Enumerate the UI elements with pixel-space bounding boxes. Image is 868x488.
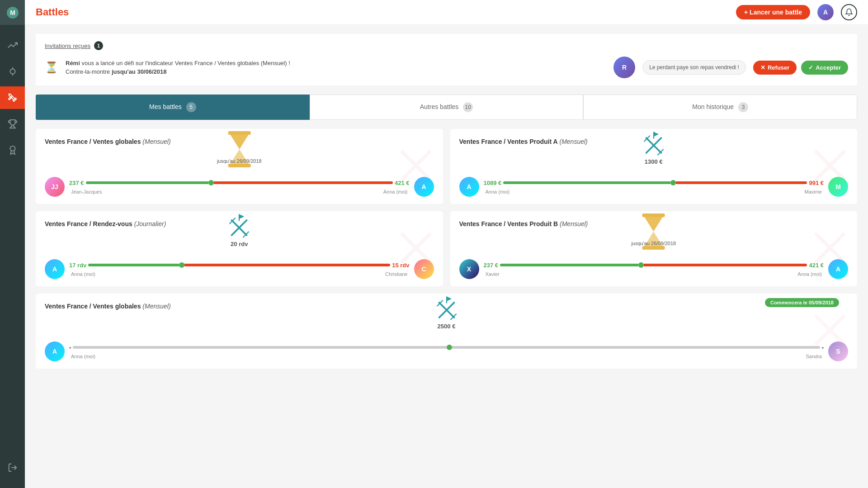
player2-4: A — [828, 259, 848, 279]
tab-autres-battles-count: 10 — [463, 102, 473, 112]
progress-track-3 — [88, 264, 390, 266]
accept-button[interactable]: ✓ Accepter — [801, 61, 848, 75]
battle-date-1: jusqu'au 26/09/2018 — [217, 158, 262, 164]
player2-name-5: Sandra — [806, 354, 822, 359]
sidebar-item-battles[interactable] — [0, 86, 25, 109]
header: Battles + Lancer une battle A — [25, 0, 868, 25]
player2-name-1: Anna (moi) — [383, 189, 408, 194]
refuse-label: Refuser — [768, 64, 789, 71]
player2-3: C — [414, 259, 434, 279]
battle-card-2[interactable]: Ventes France / Ventes Produit A (Mensue… — [450, 129, 858, 204]
invitations-title: Invitations reçues — [45, 43, 90, 49]
refuse-button[interactable]: ✕ Refuser — [753, 61, 797, 75]
tab-mes-battles-count: 5 — [186, 102, 196, 112]
sidebar-nav — [0, 29, 25, 456]
battle-players-2: A 1089 € 991 € Anna (moi) — [459, 177, 849, 197]
tabs-bar: Mes battles 5 Autres battles 10 Mon hist… — [36, 95, 857, 120]
launch-battle-button[interactable]: + Lancer une battle — [736, 5, 810, 19]
player1-avatar-3: A — [45, 259, 65, 279]
main-content: Battles + Lancer une battle A Invitation… — [25, 0, 868, 488]
player1-score-3: 17 rdv — [69, 262, 86, 269]
content-area: Invitations reçues 1 ⏳ Rémi vous a lancé… — [25, 25, 868, 488]
sidebar-item-cups[interactable] — [0, 139, 25, 161]
battle-icon-1: jusqu'au 26/09/2018 — [217, 131, 262, 165]
svg-rect-7 — [228, 164, 250, 167]
app-logo[interactable]: M — [0, 0, 25, 25]
progress-track-4 — [500, 264, 807, 266]
svg-text:M: M — [10, 9, 15, 16]
battle-icon-5: 2500 € — [433, 296, 460, 331]
battle-card-5[interactable]: Ventes France / Ventes globales (Mensuel… — [36, 294, 857, 369]
player1-4: X — [459, 259, 479, 279]
battle-card-4[interactable]: Ventes France / Ventes Produit B (Mensue… — [450, 211, 858, 286]
tab-autres-battles-label: Autres battles — [420, 103, 459, 110]
battle-players-3: A 17 rdv 15 rdv Anna (moi) — [45, 259, 434, 279]
battle-score-label-3: 20 rdv — [231, 241, 248, 247]
player2-5: S — [828, 341, 848, 361]
tab-mes-battles[interactable]: Mes battles 5 — [36, 95, 310, 120]
sidebar-item-logout[interactable] — [0, 456, 25, 479]
battle-score-label-5: 2500 € — [438, 323, 456, 330]
player1-2: A — [459, 177, 479, 197]
player2-2: M — [828, 177, 848, 197]
player2-score-5: - — [822, 344, 824, 351]
svg-marker-29 — [239, 214, 244, 219]
battle-icon-4: jusqu'au 26/09/2018 — [631, 213, 676, 247]
player2-1: A — [414, 177, 434, 197]
tab-historique-label: Mon historique — [692, 103, 734, 110]
svg-point-4 — [10, 146, 15, 151]
player2-name-3: Christiane — [385, 271, 408, 277]
invitation-text: Rémi vous a lancé un défi sur l'indicate… — [66, 59, 606, 76]
player1-avatar-2: A — [459, 177, 479, 197]
svg-marker-19 — [654, 132, 659, 137]
battle-icon-3: 20 rdv — [226, 213, 253, 248]
sidebar-item-analytics[interactable] — [0, 34, 25, 57]
battles-grid: Ventes France / Ventes globales (Mensuel… — [36, 129, 857, 369]
notification-bell[interactable] — [841, 4, 857, 20]
sidebar-item-trophies[interactable] — [0, 113, 25, 135]
sidebar-item-goals[interactable] — [0, 60, 25, 83]
battle-players-5: A - - Anna (moi) Sa — [45, 341, 848, 361]
player1-name-4: Xavier — [486, 271, 500, 277]
battle-players-4: X 237 € 421 € Xavier — [459, 259, 849, 279]
player1-avatar-4: X — [459, 259, 479, 279]
player1-5: A — [45, 341, 65, 361]
player2-avatar-5: S — [828, 341, 848, 361]
sidebar: M — [0, 0, 25, 488]
accept-label: Accepter — [816, 64, 841, 71]
invitation-subtext: Contre-la-montre jusqu'au 30/06/2018 — [66, 68, 166, 75]
battle-players-1: JJ 237 € 421 € Jean-Jacques — [45, 177, 434, 197]
tab-historique[interactable]: Mon historique 3 — [583, 95, 857, 120]
player1-1: JJ — [45, 177, 65, 197]
player2-score-2: 991 € — [809, 180, 824, 186]
battle-icon-2: 1300 € — [640, 131, 667, 166]
tab-historique-count: 3 — [738, 102, 748, 112]
invitation-stake: Le perdant paye son repas vendredi ! — [642, 60, 746, 75]
user-avatar[interactable]: A — [817, 4, 834, 20]
player1-avatar-1: JJ — [45, 177, 65, 197]
player2-score-1: 421 € — [395, 180, 410, 186]
battle-score-label-2: 1300 € — [645, 158, 663, 165]
invitation-message: Rémi vous a lancé un défi sur l'indicate… — [66, 60, 290, 66]
player1-name-1: Jean-Jacques — [71, 189, 102, 194]
invitation-actions: ✕ Refuser ✓ Accepter — [753, 61, 848, 75]
battle-card-3[interactable]: Ventes France / Rendez-vous (Journalier)… — [36, 211, 443, 286]
progress-track-5 — [73, 346, 820, 349]
sidebar-bottom — [0, 456, 25, 488]
player1-name-3: Anna (moi) — [71, 271, 95, 277]
player1-score-4: 237 € — [484, 262, 499, 269]
player1-avatar-5: A — [45, 341, 65, 361]
battle-date-4: jusqu'au 26/09/2018 — [631, 241, 676, 246]
progress-track-1 — [86, 181, 393, 184]
player2-avatar-1: A — [414, 177, 434, 197]
tab-autres-battles[interactable]: Autres battles 10 — [310, 95, 584, 120]
player2-score-4: 421 € — [809, 262, 824, 269]
player2-name-4: Anna (moi) — [797, 271, 822, 277]
page-title: Battles — [36, 6, 729, 18]
invitation-row: ⏳ Rémi vous a lancé un défi sur l'indica… — [45, 57, 848, 78]
svg-rect-33 — [642, 246, 665, 250]
battle-card-1[interactable]: Ventes France / Ventes globales (Mensuel… — [36, 129, 443, 204]
invitation-sender-avatar: R — [613, 57, 635, 78]
player1-score-1: 237 € — [69, 180, 84, 186]
player2-avatar-2: M — [828, 177, 848, 197]
